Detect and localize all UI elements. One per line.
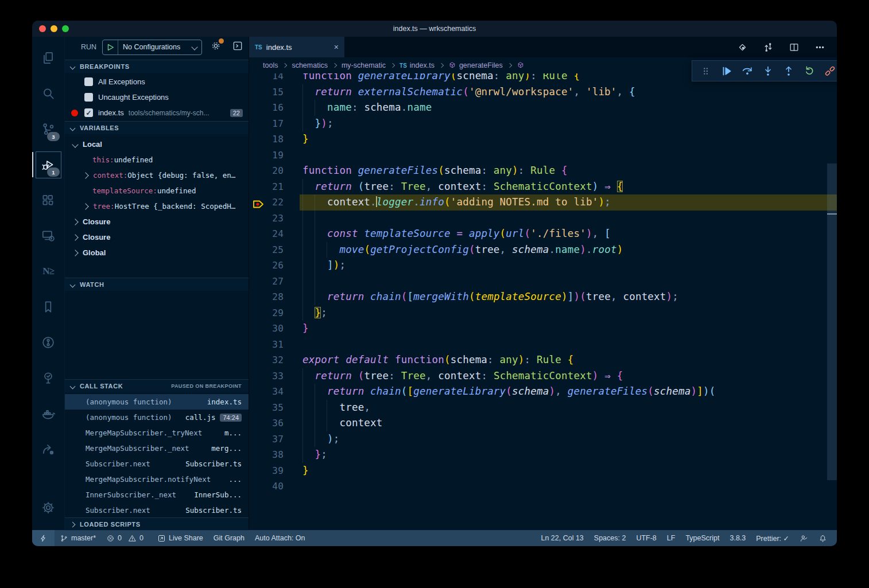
close-tab-icon[interactable]: × bbox=[334, 42, 339, 52]
call-stack-frame[interactable]: (anonymous function)index.ts bbox=[65, 394, 249, 410]
status-indentation[interactable]: Spaces: 2 bbox=[589, 530, 631, 546]
call-stack-frame[interactable]: (anonymous function)call.js74:24 bbox=[65, 410, 249, 425]
code-line-38[interactable]: 38 }; bbox=[249, 447, 837, 463]
code-line-39[interactable]: 39} bbox=[249, 463, 837, 479]
code-line-33[interactable]: 33 return (tree: Tree, context: Schemati… bbox=[249, 368, 837, 384]
code-line-37[interactable]: 37 ); bbox=[249, 431, 837, 447]
manage-gear-button[interactable] bbox=[32, 490, 64, 525]
variables-header[interactable]: VARIABLES bbox=[65, 121, 249, 134]
status-prettier[interactable]: Prettier: ✓ bbox=[751, 530, 794, 546]
code-line-36[interactable]: 36 context bbox=[249, 415, 837, 431]
status-ts-version[interactable]: 3.8.3 bbox=[724, 530, 751, 546]
code-line-21[interactable]: 21 return (tree: Tree, context: Schemati… bbox=[249, 179, 837, 195]
disconnect-button[interactable] bbox=[822, 63, 837, 79]
open-changes-button[interactable] bbox=[763, 42, 774, 53]
activity-item-search[interactable] bbox=[32, 76, 64, 111]
step-into-button[interactable] bbox=[760, 63, 776, 79]
breakpoint-row[interactable]: ✓index.tstools/schematics/my-sch...22 bbox=[65, 105, 249, 120]
code-line-16[interactable]: 16 name: schema.name bbox=[249, 100, 837, 116]
breadcrumb-item[interactable]: generateFiles bbox=[434, 61, 503, 69]
code-line-23[interactable]: 23 bbox=[249, 211, 837, 227]
call-stack-frame[interactable]: MergeMapSubscriber._nextmerg... bbox=[65, 441, 249, 456]
breakpoint-checkbox[interactable] bbox=[84, 77, 93, 86]
code-line-20[interactable]: 20function generateFiles(schema: any): R… bbox=[249, 163, 837, 179]
restart-button[interactable] bbox=[801, 63, 817, 79]
variable-row[interactable]: templateSource: undefined bbox=[65, 183, 249, 198]
format-action-button[interactable] bbox=[737, 42, 748, 53]
activity-item-nx-console[interactable]: N≥ bbox=[32, 254, 64, 289]
status-git-branch[interactable]: master* bbox=[55, 530, 101, 546]
activity-item-project-share[interactable] bbox=[32, 431, 64, 467]
status-notifications[interactable] bbox=[813, 530, 832, 546]
breakpoints-header[interactable]: BREAKPOINTS bbox=[65, 60, 249, 73]
variable-row[interactable]: this: undefined bbox=[65, 152, 249, 168]
code-line-22[interactable]: 22 context.logger.info('adding NOTES.md … bbox=[249, 194, 837, 211]
call-stack-frame[interactable]: InnerSubscriber._nextInnerSub... bbox=[65, 487, 249, 503]
code-line-15[interactable]: 15 return externalSchematic('@nrwl/works… bbox=[249, 84, 837, 100]
variable-row[interactable]: Closure bbox=[65, 214, 249, 229]
call-stack-frame[interactable]: Subscriber.nextSubscriber.ts bbox=[65, 503, 249, 518]
activity-item-source-control[interactable]: 3 bbox=[32, 111, 64, 147]
tab-index-ts[interactable]: TS index.ts × bbox=[249, 37, 344, 57]
status-auto-attach[interactable]: Auto Attach: On bbox=[250, 530, 311, 546]
code-line-29[interactable]: 29 }; bbox=[249, 305, 837, 321]
status-git-graph[interactable]: Git Graph bbox=[208, 530, 250, 546]
status-cursor-position[interactable]: Ln 22, Col 13 bbox=[536, 530, 588, 546]
code-line-34[interactable]: 34 return chain([generateLibrary(schema)… bbox=[249, 384, 837, 400]
code-line-27[interactable]: 27 bbox=[249, 274, 837, 290]
step-over-button[interactable] bbox=[739, 63, 755, 79]
variable-row[interactable]: tree: HostTree {_backend: ScopedH… bbox=[65, 198, 249, 214]
breadcrumb-item[interactable] bbox=[503, 61, 527, 69]
code-line-18[interactable]: 18} bbox=[249, 131, 837, 147]
status-encoding[interactable]: UTF-8 bbox=[631, 530, 661, 546]
breakpoint-row[interactable]: All Exceptions bbox=[65, 74, 249, 89]
breakpoint-checkbox[interactable]: ✓ bbox=[84, 108, 93, 117]
call-stack-header[interactable]: CALL STACK PAUSED ON BREAKPOINT bbox=[65, 379, 249, 392]
breakpoint-checkbox[interactable] bbox=[84, 93, 93, 102]
status-feedback[interactable] bbox=[794, 530, 813, 546]
code-line-30[interactable]: 30} bbox=[249, 321, 837, 337]
activity-item-extensions[interactable] bbox=[32, 182, 64, 218]
debug-console-button[interactable] bbox=[232, 40, 243, 54]
code-line-35[interactable]: 35 tree, bbox=[249, 400, 837, 416]
activity-item-bookmarks[interactable] bbox=[32, 289, 64, 325]
call-stack-frame[interactable]: Subscriber.nextSubscriber.ts bbox=[65, 456, 249, 472]
variable-row[interactable]: Global bbox=[65, 245, 249, 260]
split-editor-button[interactable] bbox=[789, 42, 800, 53]
breadcrumb-item[interactable]: TSindex.ts bbox=[386, 61, 434, 69]
code-line-31[interactable]: 31 bbox=[249, 337, 837, 353]
step-out-button[interactable] bbox=[781, 63, 797, 79]
variable-row[interactable]: Local bbox=[65, 137, 249, 152]
code-line-26[interactable]: 26 ]); bbox=[249, 258, 837, 274]
activity-item-gitlens[interactable] bbox=[32, 325, 64, 360]
status-language-mode[interactable]: TypeScript bbox=[680, 530, 724, 546]
watch-header[interactable]: WATCH bbox=[65, 278, 249, 291]
status-problems[interactable]: 00 bbox=[101, 530, 152, 546]
activity-item-run-and-debug[interactable]: 1 bbox=[32, 147, 64, 182]
status-eol[interactable]: LF bbox=[662, 530, 681, 546]
activity-item-testing[interactable] bbox=[32, 360, 64, 396]
more-actions-button[interactable] bbox=[814, 42, 825, 53]
breadcrumb-item[interactable]: tools bbox=[263, 61, 278, 69]
activity-item-remote-explorer[interactable] bbox=[32, 218, 64, 254]
code-line-24[interactable]: 24 const templateSource = apply(url('./f… bbox=[249, 226, 837, 242]
status-live-share[interactable]: Live Share bbox=[152, 530, 208, 546]
call-stack-frame[interactable]: MergeMapSubscriber._tryNextm... bbox=[65, 425, 249, 441]
code-line-40[interactable]: 40 bbox=[249, 478, 837, 494]
activity-item-explorer[interactable] bbox=[32, 40, 64, 76]
loaded-scripts-header[interactable]: LOADED SCRIPTS bbox=[65, 517, 249, 531]
code-line-28[interactable]: 28 return chain([mergeWith(templateSourc… bbox=[249, 289, 837, 305]
variable-row[interactable]: Closure bbox=[65, 229, 249, 245]
launch-configuration-dropdown[interactable]: No Configurations bbox=[102, 40, 202, 55]
editor-scrollbar[interactable] bbox=[827, 163, 837, 480]
breadcrumb-item[interactable]: my-schematic bbox=[328, 61, 386, 69]
code-line-32[interactable]: 32export default function(schema: any): … bbox=[249, 352, 837, 368]
start-debugging-button[interactable] bbox=[103, 40, 118, 54]
code-line-17[interactable]: 17 }); bbox=[249, 116, 837, 132]
status-remote-indicator[interactable] bbox=[32, 530, 55, 546]
call-stack-frame[interactable]: MergeMapSubscriber.notifyNext... bbox=[65, 472, 249, 487]
variable-row[interactable]: context: Object {debug: false, en… bbox=[65, 168, 249, 183]
activity-item-docker[interactable] bbox=[32, 396, 64, 431]
code-area[interactable]: 14function generateLibrary(schema: any):… bbox=[249, 73, 837, 530]
code-line-25[interactable]: 25 move(getProjectConfig(tree, schema.na… bbox=[249, 242, 837, 258]
